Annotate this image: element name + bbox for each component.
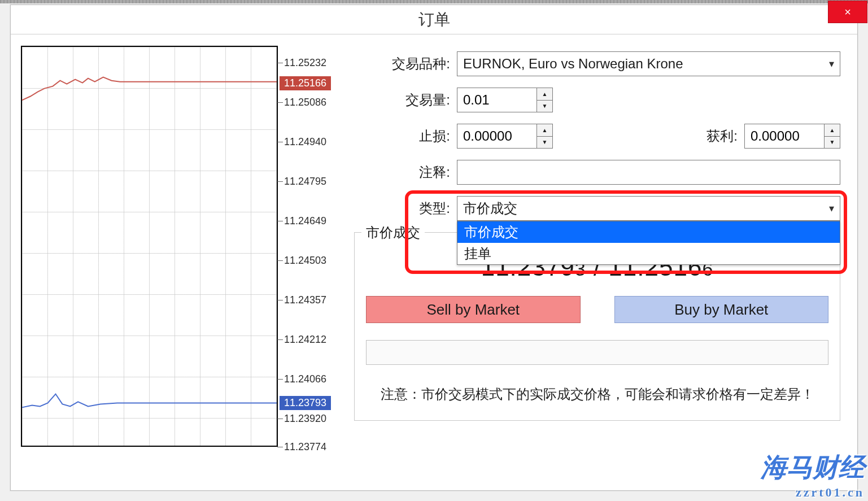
progress-bar: [366, 340, 828, 365]
comment-input[interactable]: [457, 160, 840, 185]
tp-stepper[interactable]: ▲ ▼: [744, 124, 840, 149]
market-notice: 注意：市价交易模式下的实际成交价格，可能会和请求价格有一定差异！: [366, 385, 828, 403]
symbol-value: EURNOK, Euro vs Norwegian Krone: [463, 56, 683, 72]
order-form: 交易品种: EURNOK, Euro vs Norwegian Krone ▾ …: [354, 46, 852, 485]
volume-stepper[interactable]: ▲ ▼: [457, 88, 553, 112]
y-tick: 11.24357: [284, 294, 326, 306]
price-chart: [21, 46, 278, 447]
y-tick: 11.24503: [284, 255, 326, 267]
y-tick: 11.24795: [284, 176, 326, 188]
tp-down-button[interactable]: ▼: [825, 137, 840, 149]
y-tick: 11.24649: [284, 215, 326, 227]
sl-stepper[interactable]: ▲ ▼: [457, 124, 553, 149]
chevron-down-icon: ▾: [829, 58, 834, 70]
buy-button[interactable]: Buy by Market: [614, 296, 829, 323]
window-title: 订单: [418, 9, 450, 31]
volume-label: 交易量:: [354, 91, 450, 109]
close-icon: ×: [844, 6, 851, 19]
order-window: 订单 × 11.25166 11.23793 11.25232 11.25086: [10, 5, 858, 491]
y-tick: 11.23774: [284, 441, 326, 453]
type-label: 类型:: [354, 199, 450, 217]
price-chart-panel: 11.25166 11.23793 11.25232 11.25086 11.2…: [21, 46, 343, 485]
market-group-legend: 市价成交: [361, 224, 425, 242]
y-tick: 11.24212: [284, 334, 326, 346]
volume-down-button[interactable]: ▼: [537, 101, 552, 112]
symbol-label: 交易品种:: [354, 55, 450, 73]
chevron-down-icon: ▾: [829, 202, 834, 215]
type-dropdown-list[interactable]: 市价成交 挂单: [457, 221, 840, 265]
sl-input[interactable]: [457, 124, 536, 148]
y-tick: 11.25232: [284, 57, 326, 69]
symbol-select[interactable]: EURNOK, Euro vs Norwegian Krone ▾: [457, 51, 840, 76]
type-select[interactable]: 市价成交 ▾: [457, 196, 840, 221]
y-tick: 11.24940: [284, 136, 326, 148]
comment-label: 注释:: [354, 163, 450, 181]
y-tick: 11.25086: [284, 97, 326, 108]
volume-up-button[interactable]: ▲: [537, 88, 552, 101]
chart-y-axis: 11.25232 11.25086 11.24940 11.24795 11.2…: [280, 46, 336, 447]
type-option-market[interactable]: 市价成交: [457, 221, 840, 243]
tp-label: 获利:: [706, 127, 738, 145]
type-option-pending[interactable]: 挂单: [457, 243, 840, 264]
tp-input[interactable]: [745, 124, 824, 148]
sl-label: 止损:: [354, 127, 450, 145]
sl-down-button[interactable]: ▼: [537, 137, 552, 149]
sl-up-button[interactable]: ▲: [537, 124, 552, 137]
titlebar: 订单: [11, 5, 857, 34]
chart-plot: [22, 47, 277, 446]
close-button[interactable]: ×: [828, 1, 867, 23]
tp-up-button[interactable]: ▲: [825, 124, 840, 137]
y-tick: 11.24066: [284, 373, 326, 385]
volume-input[interactable]: [457, 88, 536, 112]
sell-button[interactable]: Sell by Market: [366, 296, 581, 323]
type-value: 市价成交: [463, 199, 517, 217]
y-tick: 11.23920: [284, 413, 326, 425]
